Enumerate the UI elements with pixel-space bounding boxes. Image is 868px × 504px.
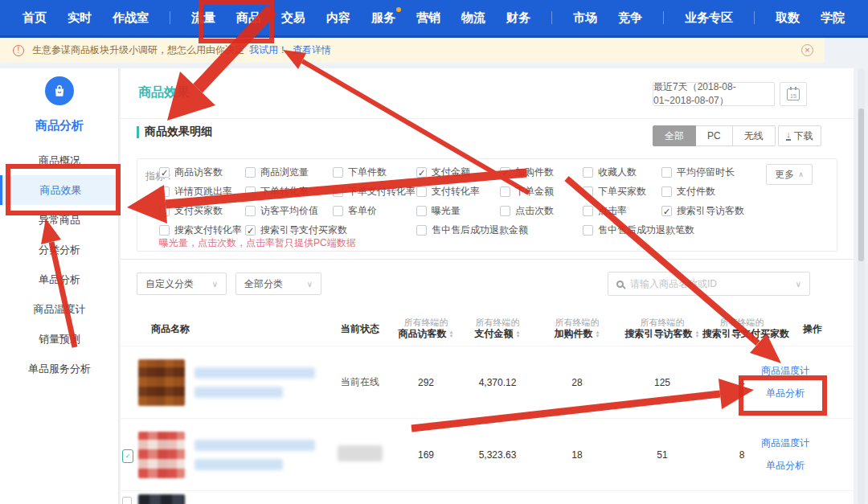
metric-checkbox-客单价[interactable]: 客单价 [333, 204, 377, 218]
product-name-cell [138, 432, 331, 478]
product-bag-icon [45, 76, 74, 105]
sidebar-item-商品概况[interactable]: 商品概况 [0, 145, 119, 175]
nav-item-流量[interactable]: 流量 [191, 10, 215, 26]
checkbox-icon [583, 186, 593, 197]
metric-checkbox-支付转化率[interactable]: 支付转化率 [416, 185, 480, 199]
nav-item-作战室[interactable]: 作战室 [113, 10, 149, 26]
metric-checkbox-商品访客数[interactable]: ✓商品访客数 [159, 166, 223, 179]
column-header-当前状态: 当前状态 [331, 323, 389, 335]
metric-checkbox-点击率[interactable]: 点击率 [583, 204, 627, 218]
main-content: 商品效果 最近7天（2018-08-01~2018-08-07） 15 商品效果… [121, 68, 854, 504]
metric-checkbox-加购件数[interactable]: ✓加购件数 [500, 166, 554, 179]
column-label: 操作 [781, 323, 844, 335]
metric-checkbox-售中售后成功退款金额[interactable]: 售中售后成功退款金额 [416, 223, 528, 237]
metric-label: 下单买家数 [598, 185, 646, 199]
metric-checkbox-下单件数[interactable]: 下单件数 [333, 166, 387, 179]
tab-无线[interactable]: 无线 [733, 125, 776, 146]
sidebar-item-销量预测[interactable]: 销量预测 [0, 324, 119, 354]
calendar-button[interactable]: 15 [780, 82, 807, 106]
column-label: 商品名称 [151, 323, 331, 335]
close-icon[interactable]: × [801, 44, 813, 56]
status-cell: 当前在线 [331, 375, 389, 389]
checkbox-icon [333, 186, 343, 197]
nav-item-学院[interactable]: 学院 [821, 10, 845, 26]
metric-checkbox-商品浏览量[interactable]: 商品浏览量 [245, 166, 309, 179]
nav-item-财务[interactable]: 财务 [506, 10, 530, 26]
column-label-text: 搜索引导支付买家数 [702, 328, 789, 339]
blurred-text [194, 440, 315, 451]
nav-item-交易[interactable]: 交易 [281, 10, 305, 26]
metric-checkbox-搜索引导访客数[interactable]: ✓搜索引导访客数 [661, 204, 744, 218]
metric-checkbox-搜索支付转化率[interactable]: 搜索支付转化率 [159, 223, 242, 237]
sidebar-item-商品效果[interactable]: 商品效果 [0, 175, 119, 205]
action-link-单品分析[interactable]: 单品分析 [766, 387, 805, 400]
sort-carets-icon[interactable]: ▲▼ [516, 330, 521, 338]
sort-carets-icon[interactable]: ▲▼ [695, 330, 700, 338]
metric-checkbox-曝光量[interactable]: 曝光量 [416, 204, 461, 218]
sidebar-menu: 商品概况商品效果异常商品分类分析单品分析商品温度计销量预测单品服务分析 [0, 145, 119, 383]
warning-icon: ! [13, 45, 24, 56]
metric-checkbox-售中售后成功退款笔数[interactable]: 售中售后成功退款笔数 [583, 223, 694, 237]
metric-checkbox-详情页跳出率[interactable]: 详情页跳出率 [159, 185, 232, 199]
nav-item-首页[interactable]: 首页 [23, 10, 47, 26]
section-title: 商品效果明细 [145, 125, 212, 139]
all-category-select[interactable]: 全部分类 ∨ [235, 272, 321, 295]
row-checkbox-icon[interactable] [122, 497, 132, 504]
metric-label: 下单转化率 [260, 185, 309, 199]
metric-checkbox-下单金额[interactable]: 下单金额 [500, 185, 554, 199]
nav-item-营销[interactable]: 营销 [416, 10, 440, 26]
action-link-商品温度计[interactable]: 商品温度计 [761, 436, 809, 450]
date-range-selector[interactable]: 最近7天（2018-08-01~2018-08-07） [653, 82, 775, 106]
metric-checkbox-下单支付转化率[interactable]: 下单支付转化率 [333, 185, 416, 199]
sidebar-item-单品分析[interactable]: 单品分析 [0, 264, 119, 294]
nav-item-商品[interactable]: 商品 [236, 10, 260, 26]
nav-item-实时[interactable]: 实时 [68, 10, 92, 26]
metric-checkbox-支付金额[interactable]: ✓支付金额 [416, 166, 470, 179]
metric-label: 支付件数 [677, 185, 715, 199]
column-label: 搜索引导访客数▲▼ [622, 328, 702, 340]
nav-item-服务[interactable]: 服务 [371, 10, 395, 26]
metric-checkbox-点击次数[interactable]: 点击次数 [500, 204, 554, 218]
action-link-单品分析[interactable]: 单品分析 [766, 459, 805, 473]
search-input[interactable] [630, 278, 789, 289]
sidebar-item-分类分析[interactable]: 分类分析 [0, 235, 119, 264]
metric-checkbox-下单转化率[interactable]: 下单转化率 [245, 185, 309, 199]
nav-item-物流[interactable]: 物流 [461, 10, 485, 26]
metric-checkbox-收藏人数[interactable]: 收藏人数 [583, 166, 637, 179]
more-metrics-button[interactable]: 更多 ∧ [766, 164, 813, 185]
nav-item-业务专区[interactable]: 业务专区 [685, 10, 733, 26]
sidebar-item-商品温度计[interactable]: 商品温度计 [0, 294, 119, 324]
column-super-label: 所有终端的 [702, 318, 781, 328]
nav-item-内容[interactable]: 内容 [326, 10, 350, 26]
nav-item-竞争[interactable]: 竞争 [618, 10, 642, 26]
tab-全部[interactable]: 全部 [653, 125, 696, 146]
metric-checkbox-下单买家数[interactable]: 下单买家数 [583, 185, 646, 199]
custom-category-label: 自定义分类 [145, 277, 194, 291]
nav-item-取数[interactable]: 取数 [776, 10, 800, 26]
notice-cta-link[interactable]: 我试用！ [249, 43, 288, 57]
calendar-icon: 15 [787, 88, 800, 100]
checkbox-icon: ✓ [661, 206, 672, 216]
status-cell [331, 445, 389, 464]
column-label: 搜索引导支付买家数 [702, 328, 781, 340]
value-cell: 18 [532, 449, 622, 461]
sort-carets-icon[interactable]: ▲▼ [449, 330, 454, 338]
metric-checkbox-支付买家数[interactable]: 支付买家数 [159, 204, 223, 218]
sort-carets-icon[interactable]: ▲▼ [596, 330, 600, 338]
sidebar-item-单品服务分析[interactable]: 单品服务分析 [0, 354, 119, 383]
metric-checkbox-平均停留时长[interactable]: 平均停留时长 [661, 166, 735, 179]
metric-checkbox-支付件数[interactable]: 支付件数 [661, 185, 715, 199]
action-link-商品温度计[interactable]: 商品温度计 [761, 364, 809, 378]
scrollbar-thumb[interactable] [858, 109, 864, 261]
nav-item-市场[interactable]: 市场 [573, 10, 597, 26]
notice-detail-link[interactable]: 查看详情 [293, 43, 331, 57]
sidebar-item-异常商品[interactable]: 异常商品 [0, 205, 119, 235]
checkbox-icon [159, 206, 170, 216]
download-button[interactable]: ↓ 下载 [778, 125, 821, 146]
tab-PC[interactable]: PC [696, 125, 733, 146]
checkbox-icon [500, 206, 510, 216]
metric-checkbox-访客平均价值[interactable]: 访客平均价值 [245, 204, 318, 218]
custom-category-select[interactable]: 自定义分类 ∨ [137, 272, 227, 295]
column-label-text: 商品访客数 [399, 328, 447, 339]
metric-checkbox-搜索引导支付买家数[interactable]: ✓搜索引导支付买家数 [245, 223, 347, 237]
